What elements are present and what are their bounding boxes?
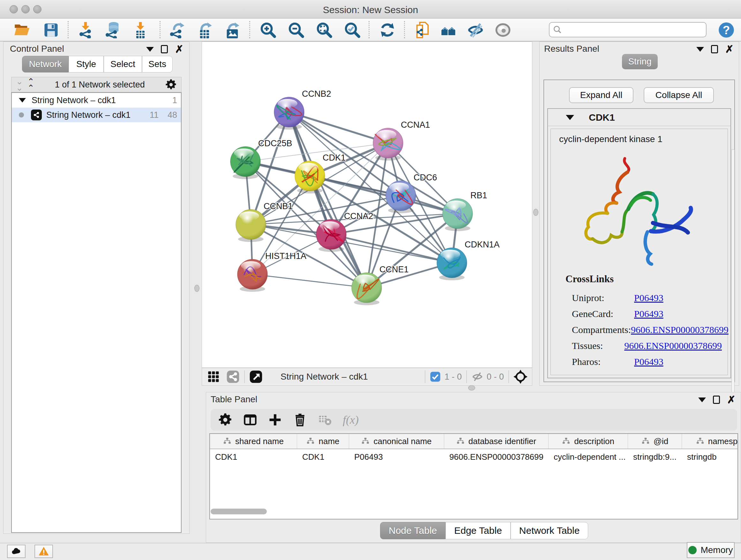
left-splitter-handle[interactable] [194,285,199,292]
column-header[interactable]: database identifier [444,434,549,449]
export-table-button[interactable] [196,21,214,39]
eye-icon [495,22,511,38]
results-panel-collapse-icon[interactable] [696,47,704,52]
network-edge-CCNE1-HIST1H1A[interactable] [253,274,367,288]
tab-network[interactable]: Network [22,56,69,72]
results-panel-title: Results Panel [544,44,599,54]
column-header[interactable]: namespace [682,434,738,449]
network-canvas[interactable]: CCNB2CCNA1CDC25BCDK1CDC6RB1CCNB1CCNA2CDK… [202,42,532,368]
table-panel-float-icon[interactable] [713,395,720,404]
zoom-fit-button[interactable] [315,21,333,39]
network-node-CDC25B[interactable]: CDC25B [230,138,292,179]
crosslink-uniprot-link[interactable]: P06493 [634,293,664,303]
column-header[interactable]: name [297,434,349,449]
results-scrollbar[interactable] [731,149,735,395]
grid-mode-icon[interactable] [207,370,220,383]
gene-symbol: CDK1 [589,112,615,123]
hide-selected-button[interactable] [467,21,484,39]
network-edge-CCNB2-CCNA1[interactable] [289,112,388,143]
table-horizontal-scrollbar[interactable] [211,509,267,514]
zoom-out-button[interactable] [287,21,305,39]
network-node-HIST1H1A[interactable]: HIST1H1A [238,251,307,292]
control-panel-tabs: Network Style Select Sets [22,56,173,72]
node-label-RB1: RB1 [470,191,487,200]
export-network-button[interactable] [169,21,186,39]
tab-string[interactable]: String [622,54,658,69]
expand-all-networks-icon[interactable]: ⌃⌃ [27,78,35,91]
network-node-count: 11 [150,110,158,120]
help-button[interactable]: ? [718,21,735,39]
right-splitter-handle[interactable] [533,209,538,216]
network-node-RB1[interactable]: RB1 [443,191,487,231]
network-view-share-icon[interactable] [226,370,240,383]
tab-select[interactable]: Select [104,56,142,72]
network-node-CCNA1[interactable]: CCNA1 [373,120,430,161]
delete-column-trash-icon[interactable] [293,413,307,427]
fit-crosshair-icon[interactable] [514,370,528,384]
memory-button[interactable]: Memory [687,542,735,558]
column-header[interactable]: shared name [210,434,297,449]
tab-edge-table[interactable]: Edge Table [446,522,511,539]
gene-entry-header[interactable]: CDK1 [548,109,731,126]
control-panel-collapse-icon[interactable] [146,47,154,52]
import-network-database-button[interactable] [104,21,122,39]
open-session-button[interactable] [13,21,30,39]
tree-expand-icon[interactable] [19,98,26,103]
warning-button[interactable] [35,545,53,558]
horizontal-splitter-handle[interactable] [468,385,475,390]
zoom-selected-button[interactable] [343,21,361,39]
results-panel-float-icon[interactable] [711,45,718,53]
tab-network-table[interactable]: Network Table [511,522,589,539]
network-node-CDKN1A[interactable]: CDKN1A [437,240,500,280]
cloud-button[interactable] [7,545,25,558]
tab-node-table[interactable]: Node Table [380,522,446,539]
birdseye-toggle-icon[interactable] [249,370,263,383]
import-table-button[interactable] [131,21,149,39]
show-all-button[interactable] [494,21,512,39]
collapse-all-button[interactable]: Collapse All [644,87,714,103]
search-input[interactable] [562,25,699,35]
tab-sets[interactable]: Sets [142,56,173,72]
gene-entry-body: cyclin-dependent kinase 1 CrossLinks Uni… [550,129,728,375]
crosslink-tissues-link[interactable]: 9606.ENSP00000378699 [624,340,722,351]
network-node-CCNB1[interactable]: CCNB1 [236,201,293,242]
control-panel-close-icon[interactable]: ✗ [175,45,184,53]
table-panel-collapse-icon[interactable] [698,397,706,402]
crosslink-pharos-link[interactable]: P06493 [634,356,664,367]
crosslink-compartments-link[interactable]: 9606.ENSP00000378699 [631,324,729,335]
table-options-gear-icon[interactable] [218,413,232,427]
network-collection-row[interactable]: String Network – cdk1 1 [12,93,181,108]
tab-style[interactable]: Style [69,56,104,72]
control-panel-float-icon[interactable] [161,45,168,53]
network-node-CCNB2[interactable]: CCNB2 [274,89,331,130]
column-header[interactable]: canonical name [349,434,444,449]
crosslinks-list: Uniprot: P06493 GeneCard: P06493 Compart… [572,287,722,367]
collapse-all-networks-icon[interactable]: ⌄⌄ [16,78,23,91]
gene-collapse-icon[interactable] [566,115,574,120]
toolbar-separator [509,370,509,383]
zoom-in-button[interactable] [259,21,277,39]
network-from-selection-button[interactable] [414,21,431,39]
show-columns-icon[interactable] [243,413,257,427]
table-panel-close-icon[interactable]: ✗ [727,395,736,404]
network-options-gear-icon[interactable] [165,79,177,90]
network-graph[interactable]: CCNB2CCNA1CDC25BCDK1CDC6RB1CCNB1CCNA2CDK… [202,42,532,368]
expand-all-button[interactable]: Expand All [569,87,633,103]
network-node-CCNE1[interactable]: CCNE1 [352,265,409,305]
apply-layout-button[interactable] [379,21,396,39]
first-neighbors-button[interactable] [440,21,458,39]
crosslink-genecard-link[interactable]: P06493 [634,308,664,319]
network-row[interactable]: String Network – cdk1 11 48 [12,108,181,122]
results-panel-close-icon[interactable]: ✗ [725,45,734,53]
export-image-button[interactable] [223,21,241,39]
column-header[interactable]: description [549,434,628,449]
search-icon [553,25,562,35]
column-header[interactable]: @id [628,434,682,449]
add-column-icon[interactable] [268,413,282,427]
table-row[interactable]: CDK1 CDK1 P06493 9606.ENSP00000378699 cy… [210,449,738,464]
selected-checkbox-icon[interactable] [430,371,441,382]
network-edge-count: 48 [167,110,177,120]
import-network-file-button[interactable] [77,21,94,39]
save-session-button[interactable] [42,21,60,39]
network-edge-CCNB2-CCNE1[interactable] [289,112,367,288]
